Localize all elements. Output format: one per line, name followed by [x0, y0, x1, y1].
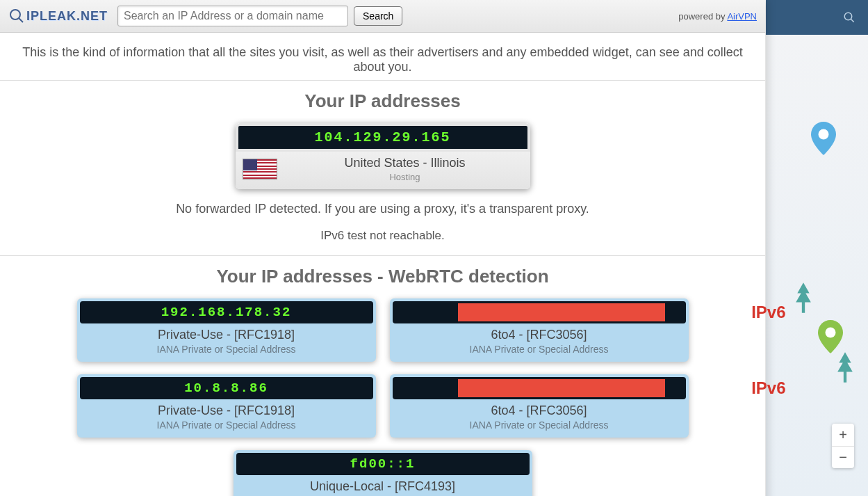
main-ip-address: 104.129.29.165	[236, 123, 530, 152]
section-title-webrtc: Your IP addresses - WebRTC detection	[0, 266, 765, 287]
ip-hosting-text: Hosting	[287, 172, 523, 182]
map-background[interactable]	[766, 0, 868, 496]
webrtc-card[interactable]: 2002: 6to4 - [RFC3056] IANA Private or S…	[390, 298, 689, 362]
search-input[interactable]	[117, 6, 348, 26]
webrtc-type: Unique-Local - [RFC4193]	[236, 479, 530, 494]
map-marker-icon	[817, 320, 844, 353]
redacted-block	[458, 379, 665, 397]
svg-point-2	[844, 13, 852, 20]
webrtc-grid: 192.168.178.32 Private-Use - [RFC1918] I…	[42, 298, 723, 496]
webrtc-ip: 2002:	[393, 301, 686, 323]
map-top-bar	[766, 0, 868, 35]
webrtc-type: Private-Use - [RFC1918]	[80, 328, 373, 342]
webrtc-type: 6to4 - [RFC3056]	[393, 403, 686, 418]
svg-point-4	[10, 10, 20, 19]
webrtc-row: 192.168.178.32 Private-Use - [RFC1918] I…	[42, 298, 723, 362]
ip-location: United States - Illinois Hosting	[287, 156, 523, 182]
webrtc-card[interactable]: 2002: 6to4 - [RFC3056] IANA Private or S…	[390, 374, 689, 438]
webrtc-ip: 10.8.8.86	[80, 377, 373, 399]
webrtc-row: fd00::1 Unique-Local - [RFC4193] IANA Pr…	[42, 450, 723, 496]
zoom-controls: + −	[832, 424, 854, 468]
webrtc-ip: 192.168.178.32	[80, 301, 373, 323]
ipv6-note: IPv6 test not reachable.	[0, 229, 765, 243]
ipv6-label: IPv6	[751, 303, 785, 322]
powered-by: powered by AirVPN	[678, 11, 757, 22]
svg-point-1	[826, 328, 836, 338]
map-marker-icon	[810, 122, 837, 155]
webrtc-card[interactable]: fd00::1 Unique-Local - [RFC4193] IANA Pr…	[234, 450, 532, 496]
search-icon[interactable]	[843, 11, 855, 24]
webrtc-desc: IANA Private or Special Address	[393, 344, 686, 355]
airvpn-link[interactable]: AirVPN	[727, 11, 757, 22]
zoom-in-button[interactable]: +	[832, 424, 854, 446]
logo-text: IPLEAK.NET	[26, 9, 108, 24]
main-ip-card[interactable]: 104.129.29.165 United States - Illinois …	[236, 123, 530, 189]
main-panel: IPLEAK.NET Search powered by AirVPN This…	[0, 0, 765, 496]
webrtc-type: Private-Use - [RFC1918]	[80, 403, 373, 418]
webrtc-type: 6to4 - [RFC3056]	[393, 328, 686, 342]
search-button[interactable]: Search	[354, 6, 402, 26]
webrtc-card[interactable]: 10.8.8.86 Private-Use - [RFC1918] IANA P…	[77, 374, 376, 438]
webrtc-desc: IANA Private or Special Address	[80, 344, 373, 355]
ip-location-text: United States - Illinois	[287, 156, 523, 170]
site-logo[interactable]: IPLEAK.NET	[8, 8, 108, 24]
section-title-ip: Your IP addresses	[0, 90, 765, 112]
svg-point-0	[819, 129, 829, 140]
webrtc-desc: IANA Private or Special Address	[393, 419, 686, 431]
ipv6-label: IPv6	[751, 378, 785, 398]
us-flag-icon	[243, 159, 277, 179]
main-ip-body: United States - Illinois Hosting	[236, 152, 530, 189]
proxy-note: No forwarded IP detected. If you are usi…	[0, 202, 765, 216]
top-bar: IPLEAK.NET Search powered by AirVPN	[0, 0, 765, 33]
svg-line-5	[19, 18, 23, 22]
webrtc-ip: fd00::1	[236, 453, 530, 475]
tree-icon	[794, 282, 812, 314]
zoom-out-button[interactable]: −	[832, 446, 854, 468]
webrtc-card[interactable]: 192.168.178.32 Private-Use - [RFC1918] I…	[77, 298, 376, 362]
svg-line-3	[851, 19, 854, 22]
webrtc-row: 10.8.8.86 Private-Use - [RFC1918] IANA P…	[42, 374, 723, 438]
powered-text: powered by	[678, 11, 727, 22]
intro-text: This is the kind of information that all…	[0, 33, 765, 81]
divider	[0, 255, 765, 256]
webrtc-desc: IANA Private or Special Address	[80, 419, 373, 431]
magnifier-icon	[8, 8, 25, 24]
tree-icon	[836, 351, 854, 383]
webrtc-ip: 2002:	[393, 377, 686, 399]
redacted-block	[458, 303, 665, 321]
